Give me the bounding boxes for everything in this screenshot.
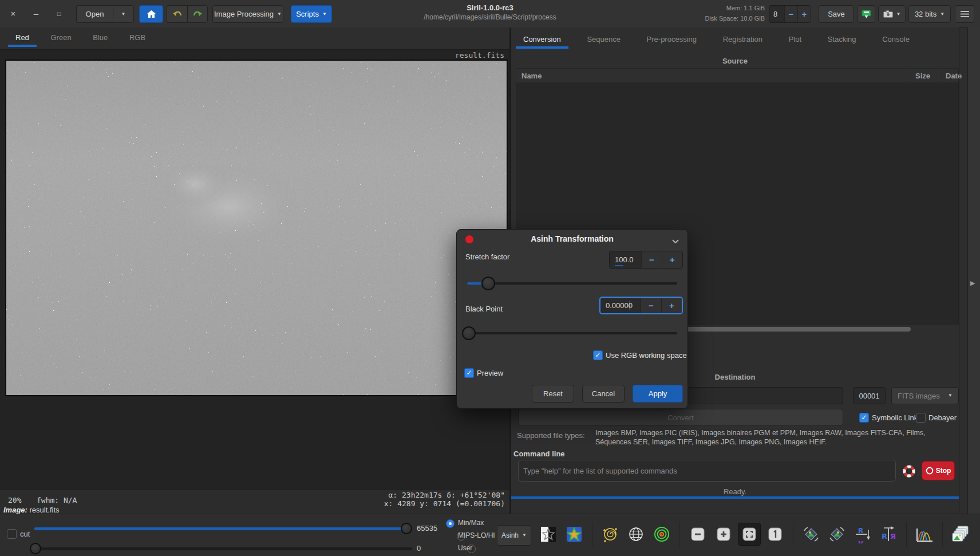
save-button[interactable]: Save — [819, 5, 854, 23]
column-size[interactable]: Size — [915, 72, 930, 80]
tab-rgb[interactable]: RGB — [120, 27, 155, 47]
close-window-icon[interactable]: × — [6, 6, 21, 21]
sequence-frames-button[interactable] — [949, 523, 972, 546]
symbolic-link-checkbox[interactable]: ✓ — [859, 413, 869, 423]
flip-horizontal-button[interactable]: R Я — [877, 523, 900, 546]
rotate-left-button[interactable] — [800, 523, 823, 546]
reset-button[interactable]: Reset — [532, 385, 574, 403]
supported-types-text: Images BMP, Images PIC (IRIS), Images bi… — [595, 428, 962, 447]
save-as-button[interactable] — [857, 5, 875, 23]
flip-vertical-button[interactable]: R R — [851, 523, 874, 546]
scripts-menu-button[interactable]: Scripts ▼ — [291, 5, 332, 23]
command-line-input[interactable] — [518, 460, 896, 482]
stretch-slider-track[interactable] — [467, 282, 677, 285]
minimize-window-icon[interactable]: – — [29, 6, 44, 21]
home-button[interactable] — [139, 5, 163, 23]
column-divider — [911, 69, 911, 83]
flip-vertical-icon: R R — [853, 525, 872, 543]
negative-view-button[interactable] — [537, 523, 560, 546]
stretch-plus-icon[interactable]: + — [662, 251, 682, 268]
stretch-minus-icon[interactable]: − — [641, 251, 662, 268]
view-toolbar: R R R Я — [537, 522, 972, 547]
apply-button[interactable]: Apply — [633, 385, 683, 403]
use-rgb-checkbox[interactable]: ✓ — [593, 350, 603, 360]
target-rings-icon — [653, 525, 671, 543]
rotate-right-button[interactable] — [825, 523, 848, 546]
hi-slider-handle[interactable] — [401, 523, 412, 534]
zoom-one-button[interactable] — [764, 523, 787, 546]
photometry-button[interactable] — [650, 523, 673, 546]
open-button[interactable]: Open — [76, 5, 113, 23]
lo-slider-track[interactable] — [34, 547, 412, 550]
minmax-radio[interactable] — [446, 519, 455, 528]
fwhm-readout: fwhm: N/A — [37, 496, 77, 504]
image-canvas[interactable]: result.fits — [0, 49, 509, 490]
tab-registration[interactable]: Registration — [713, 29, 772, 49]
command-help-button[interactable] — [900, 463, 918, 480]
expand-panel-icon[interactable]: ▶ — [970, 279, 975, 287]
pane-handle[interactable]: ▶ — [967, 27, 980, 514]
window-title: Siril-1.0.0-rc3 — [347, 3, 633, 12]
black-point-plus-icon[interactable]: + — [661, 298, 682, 313]
preview-checkbox[interactable]: ✓ — [464, 368, 474, 378]
redo-button[interactable] — [187, 5, 208, 23]
tab-green[interactable]: Green — [41, 27, 81, 47]
tab-stacking[interactable]: Stacking — [818, 29, 866, 49]
stretch-factor-label: Stretch factor — [465, 253, 509, 261]
pane-border — [959, 27, 959, 514]
stop-button[interactable]: Stop — [922, 461, 955, 480]
tab-conversion[interactable]: Conversion — [513, 29, 571, 49]
deconvolution-button[interactable] — [599, 523, 622, 546]
stretch-slider-handle[interactable] — [481, 277, 495, 290]
snapshot-button[interactable]: ▼ — [878, 5, 906, 23]
black-point-slider-track[interactable] — [467, 332, 677, 334]
column-name[interactable]: Name — [521, 72, 542, 80]
command-line-title: Command line — [513, 449, 565, 458]
black-point-slider-handle[interactable] — [462, 326, 476, 340]
astrometry-button[interactable] — [625, 523, 647, 546]
tab-plot[interactable]: Plot — [779, 29, 811, 49]
flip-horizontal-icon: R Я — [879, 525, 898, 543]
status-ready: Ready. — [511, 487, 959, 496]
tab-preprocessing[interactable]: Pre-processing — [637, 29, 706, 49]
debayer-checkbox[interactable] — [916, 413, 926, 423]
fits-image-preview[interactable] — [5, 60, 508, 396]
main-menu-button[interactable] — [955, 5, 974, 23]
symbolic-link-label: Symbolic Link — [872, 413, 918, 422]
threads-spinner[interactable]: 8 − + — [769, 5, 811, 23]
zoom-fit-button[interactable] — [738, 523, 761, 546]
threads-minus-icon[interactable]: − — [784, 6, 797, 22]
convert-button[interactable]: Convert — [518, 409, 843, 426]
undo-button[interactable] — [167, 5, 187, 23]
dialog-collapse-button[interactable] — [672, 237, 679, 246]
stretch-mode-dropdown[interactable]: Asinh ▼ — [497, 525, 531, 546]
lifebuoy-icon — [903, 465, 915, 478]
output-format-dropdown[interactable]: FITS images ▼ — [891, 387, 959, 404]
cancel-button[interactable]: Cancel — [582, 385, 625, 403]
histogram-button[interactable] — [913, 523, 936, 546]
rotate-left-icon — [802, 525, 820, 543]
tab-console[interactable]: Console — [872, 29, 919, 49]
bit-depth-dropdown[interactable]: 32 bits ▼ — [908, 5, 951, 23]
tab-blue[interactable]: Blue — [83, 27, 117, 47]
tab-red[interactable]: Red — [6, 27, 39, 47]
image-processing-menu-button[interactable]: Image Processing ▼ — [212, 5, 283, 23]
lo-slider-handle[interactable] — [30, 543, 41, 554]
black-point-minus-icon[interactable]: − — [641, 298, 661, 313]
tab-sequence[interactable]: Sequence — [577, 29, 630, 49]
sequence-number-input[interactable] — [853, 387, 886, 404]
cut-checkbox[interactable] — [7, 529, 17, 539]
black-point-spinner[interactable]: 0.00000 − + — [599, 297, 683, 314]
maximize-window-icon[interactable]: □ — [52, 6, 66, 21]
zoom-out-button[interactable] — [686, 523, 709, 546]
chevron-down-icon — [672, 239, 679, 244]
displayed-filename: result.fits — [455, 51, 504, 60]
open-dropdown-button[interactable]: ▼ — [113, 5, 134, 23]
false-color-button[interactable] — [563, 523, 586, 546]
zoom-in-button[interactable] — [712, 523, 735, 546]
hi-slider-fill — [34, 527, 408, 530]
threads-plus-icon[interactable]: + — [797, 6, 811, 22]
stretch-factor-spinner[interactable]: 100.0 − + — [609, 251, 683, 269]
text-cursor — [630, 301, 630, 310]
redo-icon — [192, 10, 203, 18]
